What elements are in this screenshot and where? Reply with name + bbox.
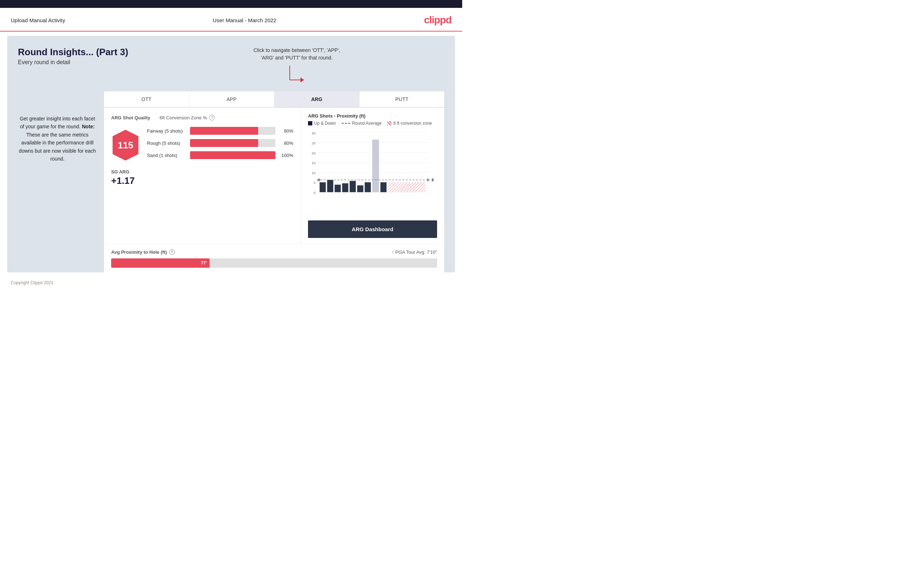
header-left-text: Upload Manual Activity — [11, 17, 65, 23]
bar-fill-rough — [190, 139, 258, 147]
sg-section: SG ARG +1.17 — [111, 169, 293, 186]
hex-score-container: 115 — [111, 129, 140, 161]
prox-bar-value: 77' — [201, 261, 207, 266]
prox-label-area: Avg Proximity to Hole (ft) ? — [111, 249, 175, 255]
legend-items: Up & Down Round Average 6 ft conversion … — [308, 121, 437, 126]
left-panel: ARG Shot Quality 6ft Conversion Zone % ?… — [104, 108, 301, 244]
legend-updown-label: Up & Down — [314, 121, 336, 126]
header: Upload Manual Activity User Manual - Mar… — [0, 8, 462, 32]
prox-bar-fill: 77' — [111, 258, 209, 268]
tab-app[interactable]: APP — [189, 91, 275, 107]
svg-point-32 — [318, 179, 321, 181]
tab-arg[interactable]: ARG — [274, 91, 360, 107]
prox-pga: ↑ PGA Tour Avg: 7'10" — [391, 250, 437, 255]
legend-roundavg: Round Average — [342, 121, 382, 126]
bar-track-sand — [190, 151, 275, 159]
svg-rect-26 — [380, 182, 386, 192]
legend-6ft: 6 ft conversion zone — [387, 121, 432, 126]
arg-dashboard-button[interactable]: ARG Dashboard — [308, 221, 437, 238]
legend-hatched-icon — [387, 121, 391, 126]
svg-rect-21 — [342, 183, 348, 192]
svg-rect-18 — [320, 182, 326, 192]
svg-rect-19 — [327, 180, 333, 192]
svg-rect-22 — [350, 181, 356, 192]
sg-label: SG ARG — [111, 169, 293, 174]
proximity-section: Avg Proximity to Hole (ft) ? ↑ PGA Tour … — [104, 244, 444, 273]
svg-text:10: 10 — [312, 171, 315, 175]
svg-marker-30 — [427, 178, 430, 182]
svg-rect-23 — [357, 185, 363, 192]
svg-text:25: 25 — [312, 141, 315, 145]
bar-label-rough: Rough (5 shots) — [147, 140, 190, 146]
chart-area: 30 25 20 15 10 5 0 — [308, 129, 437, 217]
prox-header: Avg Proximity to Hole (ft) ? ↑ PGA Tour … — [111, 249, 437, 255]
svg-rect-24 — [365, 182, 371, 192]
annotation-text: Click to navigate between 'OTT', 'APP','… — [254, 47, 340, 62]
bar-pct-rough: 80% — [279, 140, 293, 146]
legend-square-icon — [308, 121, 312, 126]
legend-dashed-icon — [342, 123, 350, 124]
shot-quality-label: ARG Shot Quality — [111, 115, 150, 121]
info-icon[interactable]: ? — [209, 115, 215, 121]
card-content: ARG Shot Quality 6ft Conversion Zone % ?… — [104, 108, 444, 244]
bar-sand: Sand (1 shots) 100% — [147, 151, 293, 159]
right-panel-title: ARG Shots - Proximity (ft) — [308, 113, 365, 119]
note-label: Note: — [82, 124, 95, 129]
prox-info-icon[interactable]: ? — [169, 249, 175, 255]
svg-rect-25 — [372, 140, 379, 192]
svg-text:0: 0 — [314, 191, 315, 195]
tab-putt[interactable]: PUTT — [360, 91, 444, 107]
bar-pct-sand: 100% — [279, 153, 293, 158]
bar-label-sand: Sand (1 shots) — [147, 153, 190, 158]
copyright-text: Copyright Clippd 2021 — [11, 280, 53, 285]
bar-fairway: Fairway (5 shots) 80% — [147, 127, 293, 135]
tab-ott[interactable]: OTT — [104, 91, 189, 107]
top-bar — [0, 0, 462, 8]
card-area: OTT APP ARG PUTT ARG Shot Quality 6ft Co… — [104, 91, 444, 273]
legend-updown: Up & Down — [308, 121, 336, 126]
right-panel: ARG Shots - Proximity (ft) Up & Down Rou… — [301, 108, 444, 244]
shot-quality-bars: Fairway (5 shots) 80% Rough (5 shots) — [147, 127, 293, 163]
svg-marker-2 — [300, 77, 304, 82]
bar-pct-fairway: 80% — [279, 128, 293, 134]
right-panel-header: ARG Shots - Proximity (ft) — [308, 113, 437, 119]
sg-value: +1.17 — [111, 175, 293, 186]
bar-fill-fairway — [190, 127, 258, 135]
svg-text:15: 15 — [312, 161, 315, 165]
proximity-chart: 30 25 20 15 10 5 0 — [308, 129, 437, 201]
svg-text:8: 8 — [432, 178, 434, 182]
main-content: Round Insights... (Part 3) Every round i… — [7, 36, 455, 272]
score-row: 115 Fairway (5 shots) 80% — [111, 127, 293, 163]
section-header: ARG Shot Quality 6ft Conversion Zone % ? — [111, 115, 293, 121]
svg-rect-20 — [334, 185, 341, 192]
bar-rough: Rough (5 shots) 80% — [147, 139, 293, 147]
prox-bar-track: 77' — [111, 258, 437, 268]
page-subtitle: Every round in detail — [18, 59, 444, 66]
bar-fill-sand — [190, 151, 275, 159]
svg-text:5: 5 — [314, 181, 315, 185]
nav-annotation: Click to navigate between 'OTT', 'APP','… — [254, 47, 340, 89]
hex-score-value: 115 — [118, 140, 133, 151]
svg-text:30: 30 — [312, 131, 315, 135]
svg-rect-28 — [388, 182, 426, 192]
bar-track-fairway — [190, 127, 275, 135]
left-description: Get greater insight into each facet of y… — [18, 115, 97, 163]
legend-roundavg-label: Round Average — [352, 121, 382, 126]
bar-label-fairway: Fairway (5 shots) — [147, 128, 190, 134]
footer: Copyright Clippd 2021 — [0, 277, 462, 289]
prox-label: Avg Proximity to Hole (ft) — [111, 250, 167, 255]
clippd-logo: clippd — [424, 15, 451, 26]
legend-6ft-label: 6 ft conversion zone — [393, 121, 432, 126]
header-center-text: User Manual - March 2022 — [213, 17, 276, 23]
svg-text:20: 20 — [312, 151, 315, 155]
tabs-container: OTT APP ARG PUTT — [104, 91, 444, 108]
conversion-zone-label: 6ft Conversion Zone % — [160, 115, 207, 121]
bar-track-rough — [190, 139, 275, 147]
page-title: Round Insights... (Part 3) — [18, 47, 444, 58]
prox-divider — [209, 258, 210, 268]
